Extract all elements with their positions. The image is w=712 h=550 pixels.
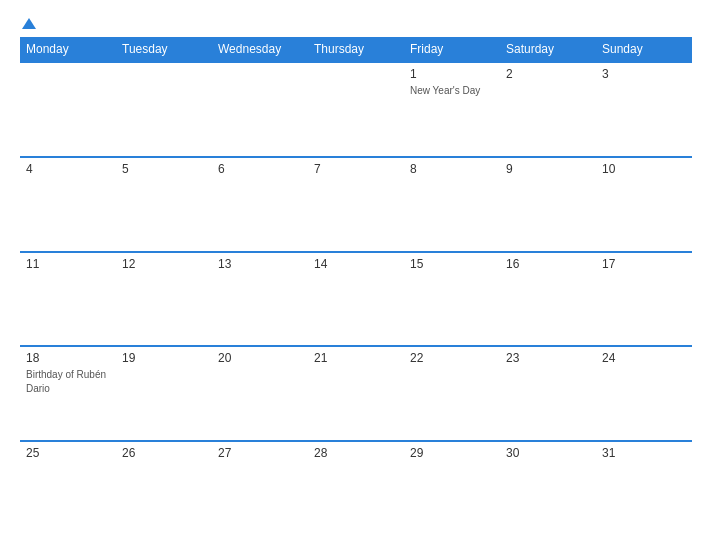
day-cell: 26 — [116, 441, 212, 536]
day-number: 6 — [218, 162, 302, 176]
day-event: New Year's Day — [410, 85, 480, 96]
day-cell — [116, 62, 212, 157]
day-number: 10 — [602, 162, 686, 176]
day-number: 27 — [218, 446, 302, 460]
col-header-saturday: Saturday — [500, 37, 596, 62]
day-cell: 28 — [308, 441, 404, 536]
day-cell: 31 — [596, 441, 692, 536]
day-cell — [212, 62, 308, 157]
day-number: 29 — [410, 446, 494, 460]
day-cell: 16 — [500, 252, 596, 347]
day-cell: 13 — [212, 252, 308, 347]
day-cell: 11 — [20, 252, 116, 347]
week-row-5: 25262728293031 — [20, 441, 692, 536]
day-number: 12 — [122, 257, 206, 271]
day-number: 19 — [122, 351, 206, 365]
day-cell: 14 — [308, 252, 404, 347]
col-header-tuesday: Tuesday — [116, 37, 212, 62]
header — [20, 18, 692, 29]
day-number: 14 — [314, 257, 398, 271]
logo — [20, 18, 36, 29]
calendar-header-row: MondayTuesdayWednesdayThursdayFridaySatu… — [20, 37, 692, 62]
col-header-sunday: Sunday — [596, 37, 692, 62]
day-number: 17 — [602, 257, 686, 271]
day-event: Birthday of Rubén Dario — [26, 369, 106, 394]
day-number: 22 — [410, 351, 494, 365]
day-cell: 4 — [20, 157, 116, 252]
day-cell: 7 — [308, 157, 404, 252]
day-number: 1 — [410, 67, 494, 81]
day-number: 31 — [602, 446, 686, 460]
day-cell: 17 — [596, 252, 692, 347]
day-cell: 2 — [500, 62, 596, 157]
day-number: 8 — [410, 162, 494, 176]
day-number: 16 — [506, 257, 590, 271]
day-number: 15 — [410, 257, 494, 271]
day-cell: 19 — [116, 346, 212, 441]
day-cell: 1New Year's Day — [404, 62, 500, 157]
day-number: 4 — [26, 162, 110, 176]
day-number: 2 — [506, 67, 590, 81]
day-number: 25 — [26, 446, 110, 460]
day-cell — [20, 62, 116, 157]
day-cell: 12 — [116, 252, 212, 347]
day-cell: 10 — [596, 157, 692, 252]
day-cell: 20 — [212, 346, 308, 441]
day-number: 18 — [26, 351, 110, 365]
day-number: 5 — [122, 162, 206, 176]
week-row-2: 45678910 — [20, 157, 692, 252]
day-number: 24 — [602, 351, 686, 365]
calendar-table: MondayTuesdayWednesdayThursdayFridaySatu… — [20, 37, 692, 536]
week-row-3: 11121314151617 — [20, 252, 692, 347]
week-row-1: 1New Year's Day23 — [20, 62, 692, 157]
day-cell: 24 — [596, 346, 692, 441]
day-cell: 30 — [500, 441, 596, 536]
day-cell: 23 — [500, 346, 596, 441]
day-number: 28 — [314, 446, 398, 460]
col-header-monday: Monday — [20, 37, 116, 62]
day-cell: 27 — [212, 441, 308, 536]
day-number: 21 — [314, 351, 398, 365]
day-number: 13 — [218, 257, 302, 271]
day-number: 9 — [506, 162, 590, 176]
day-cell — [308, 62, 404, 157]
week-row-4: 18Birthday of Rubén Dario192021222324 — [20, 346, 692, 441]
col-header-thursday: Thursday — [308, 37, 404, 62]
day-cell: 8 — [404, 157, 500, 252]
col-header-wednesday: Wednesday — [212, 37, 308, 62]
day-cell: 6 — [212, 157, 308, 252]
day-number: 26 — [122, 446, 206, 460]
day-number: 3 — [602, 67, 686, 81]
day-number: 20 — [218, 351, 302, 365]
day-number: 23 — [506, 351, 590, 365]
day-cell: 21 — [308, 346, 404, 441]
day-cell: 18Birthday of Rubén Dario — [20, 346, 116, 441]
day-cell: 22 — [404, 346, 500, 441]
day-cell: 3 — [596, 62, 692, 157]
day-cell: 5 — [116, 157, 212, 252]
day-cell: 15 — [404, 252, 500, 347]
day-number: 30 — [506, 446, 590, 460]
day-cell: 9 — [500, 157, 596, 252]
logo-triangle-icon — [22, 18, 36, 29]
page: MondayTuesdayWednesdayThursdayFridaySatu… — [0, 0, 712, 550]
col-header-friday: Friday — [404, 37, 500, 62]
day-cell: 25 — [20, 441, 116, 536]
day-number: 7 — [314, 162, 398, 176]
day-number: 11 — [26, 257, 110, 271]
day-cell: 29 — [404, 441, 500, 536]
